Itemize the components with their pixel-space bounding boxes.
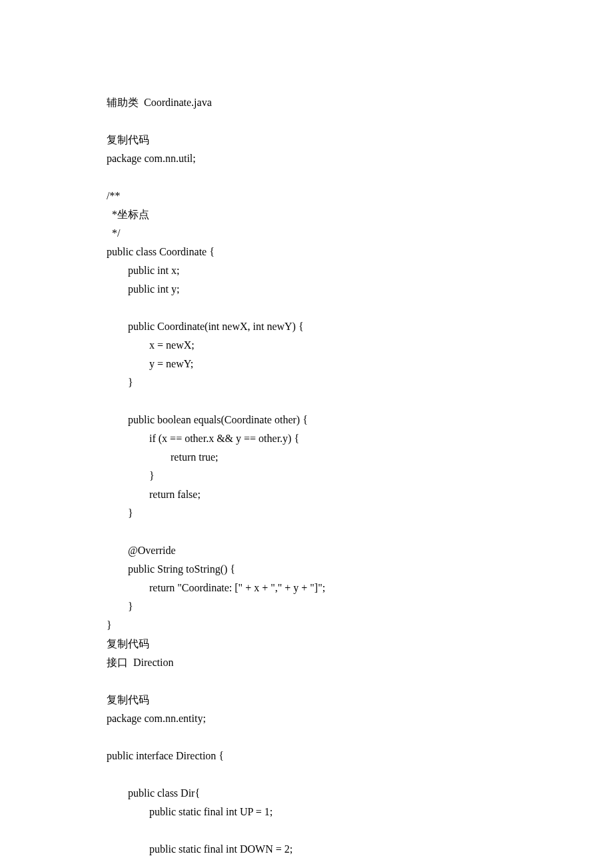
code-line: package com.nn.util; bbox=[107, 149, 506, 168]
code-line: 复制代码 bbox=[107, 691, 506, 709]
code-line: public static final int DOWN = 2; bbox=[107, 840, 506, 859]
code-line: } bbox=[107, 597, 506, 616]
code-line bbox=[107, 728, 506, 747]
code-line: 接口 Direction bbox=[107, 653, 506, 672]
code-line: public int y; bbox=[107, 280, 506, 299]
code-line: 复制代码 bbox=[107, 131, 506, 149]
code-line: x = newX; bbox=[107, 336, 506, 355]
code-line bbox=[107, 112, 506, 131]
code-line bbox=[107, 859, 506, 868]
code-line: y = newY; bbox=[107, 355, 506, 373]
code-line bbox=[107, 765, 506, 784]
code-line: return "Coordinate: [" + x + "," + y + "… bbox=[107, 579, 506, 597]
code-line: 复制代码 bbox=[107, 635, 506, 653]
code-line: public static final int UP = 1; bbox=[107, 803, 506, 821]
code-line: public class Dir{ bbox=[107, 784, 506, 803]
code-line bbox=[107, 523, 506, 541]
code-line bbox=[107, 821, 506, 840]
code-line bbox=[107, 672, 506, 691]
code-line: if (x == other.x && y == other.y) { bbox=[107, 429, 506, 448]
code-line: } bbox=[107, 504, 506, 523]
code-line: } bbox=[107, 373, 506, 392]
code-line: } bbox=[107, 467, 506, 485]
code-line: public int x; bbox=[107, 261, 506, 280]
code-line: @Override bbox=[107, 541, 506, 560]
code-line: */ bbox=[107, 224, 506, 243]
code-line: public interface Direction { bbox=[107, 747, 506, 765]
code-line: /** bbox=[107, 187, 506, 205]
code-line: public Coordinate(int newX, int newY) { bbox=[107, 317, 506, 336]
code-line bbox=[107, 392, 506, 411]
code-line: return false; bbox=[107, 485, 506, 504]
code-line: package com.nn.entity; bbox=[107, 709, 506, 728]
code-line: return true; bbox=[107, 448, 506, 467]
code-line: public boolean equals(Coordinate other) … bbox=[107, 411, 506, 429]
code-line bbox=[107, 299, 506, 317]
code-line: public String toString() { bbox=[107, 560, 506, 579]
code-line: 辅助类 Coordinate.java bbox=[107, 93, 506, 112]
code-line: *坐标点 bbox=[107, 205, 506, 224]
code-line: } bbox=[107, 616, 506, 635]
code-line: public class Coordinate { bbox=[107, 243, 506, 261]
document-content: 辅助类 Coordinate.java复制代码package com.nn.ut… bbox=[107, 93, 506, 868]
code-line bbox=[107, 168, 506, 187]
